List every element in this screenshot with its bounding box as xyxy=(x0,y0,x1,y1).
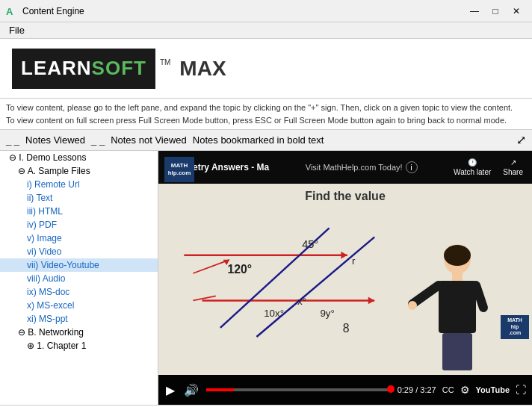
logo-area: LEARNSOFT TM MAX xyxy=(0,39,532,99)
yt-banner: MATH hlp.com Geometry Answers - Ma Visit… xyxy=(158,151,532,184)
tree-item-iv[interactable]: iv) PDF xyxy=(0,218,158,232)
logo-tm: TM xyxy=(160,58,170,66)
whiteboard: Find the value xyxy=(158,184,532,375)
svg-line-21 xyxy=(412,285,439,304)
svg-line-14 xyxy=(193,260,229,273)
title-bar: A Content Engine — □ ✕ xyxy=(0,0,532,22)
svg-marker-5 xyxy=(341,252,347,259)
tree-item-v[interactable]: v) Image xyxy=(0,232,158,245)
wb-title: Find the value xyxy=(305,190,386,203)
video-controls: ▶ 🔊 0:29 / 3:27 CC ⚙ YouTube ⛶ xyxy=(158,375,532,405)
progress-fill xyxy=(206,388,234,391)
bookmarked-label: Notes bookmarked in bold text xyxy=(193,134,324,146)
not-viewed-label: Notes not Viewed xyxy=(111,134,187,146)
svg-text:8: 8 xyxy=(343,322,350,335)
logo-learn: LEARN xyxy=(21,57,92,80)
tree-item-ix[interactable]: ix) MS-doc xyxy=(0,285,158,299)
cc-button[interactable]: CC xyxy=(442,385,454,394)
main-content: ⊖ I. Demo Lessons ⊖ A. Sample Files i) R… xyxy=(0,151,532,405)
logo-soft: SOFT xyxy=(92,57,146,80)
tree-item-x[interactable]: x) MS-excel xyxy=(0,299,158,312)
video-wrapper: MATH hlp.com Geometry Answers - Ma Visit… xyxy=(158,151,532,405)
progress-bar[interactable] xyxy=(206,388,392,391)
svg-point-18 xyxy=(444,245,471,266)
minimize-button[interactable]: — xyxy=(465,3,484,19)
svg-text:r: r xyxy=(352,255,356,267)
tree-item-root[interactable]: ⊖ I. Demo Lessons xyxy=(0,151,158,164)
info-line2: To view content on full screen press Ful… xyxy=(6,114,526,127)
viewed-dash: _ _ xyxy=(6,134,19,146)
tree-item-vii[interactable]: vii) Video-Youtube xyxy=(0,258,158,272)
tree-item-iii[interactable]: iii) HTML xyxy=(0,205,158,218)
logo-container: LEARNSOFT TM MAX xyxy=(12,49,226,89)
file-menu[interactable]: File xyxy=(3,23,31,37)
svg-line-4 xyxy=(256,237,374,337)
math-logo-text: MATH hlp.com xyxy=(168,162,191,176)
svg-text:45°: 45° xyxy=(302,238,318,250)
title-bar-text: Content Engine xyxy=(22,6,84,16)
svg-marker-6 xyxy=(368,297,374,305)
expand-icon[interactable]: ⤢ xyxy=(516,133,526,147)
volume-button[interactable]: 🔊 xyxy=(182,382,200,399)
yt-visit-area: Visit MathHelp.com Today! i xyxy=(306,161,418,173)
svg-text:120°: 120° xyxy=(228,263,253,276)
yt-visit-text: Visit MathHelp.com Today! xyxy=(306,163,403,172)
app-icon: A xyxy=(6,5,18,17)
svg-text:A: A xyxy=(6,6,13,17)
play-button[interactable]: ▶ xyxy=(164,382,176,399)
menu-bar: File xyxy=(0,22,532,39)
svg-rect-20 xyxy=(439,281,476,333)
progress-dot xyxy=(387,385,395,393)
tree-item-b1[interactable]: ⊕ 1. Chapter 1 xyxy=(0,339,158,352)
math-logo-br: MATHhlp.com xyxy=(501,315,529,339)
logo-max: MAX xyxy=(179,57,226,81)
tree-item-i[interactable]: i) Remote Url xyxy=(0,178,158,191)
svg-rect-24 xyxy=(442,333,472,370)
math-logo-overlay: MATH hlp.com xyxy=(164,157,194,182)
info-button[interactable]: i xyxy=(406,161,418,173)
video-bg: MATH hlp.com Geometry Answers - Ma Visit… xyxy=(158,151,532,375)
maximize-button[interactable]: □ xyxy=(486,3,505,19)
logo-box: LEARNSOFT xyxy=(12,49,155,89)
title-bar-controls: — □ ✕ xyxy=(465,3,526,19)
yt-banner-left: MATH hlp.com Geometry Answers - Ma xyxy=(167,162,269,173)
tree-item-a[interactable]: ⊖ A. Sample Files xyxy=(0,164,158,178)
yt-right-btns: 🕐 Watch later ↗ Share xyxy=(454,158,523,176)
viewed-label: Notes Viewed xyxy=(25,134,85,146)
tree-item-viii[interactable]: viii) Audio xyxy=(0,272,158,285)
svg-text:x°: x° xyxy=(297,296,306,307)
content-panel: MATH hlp.com Geometry Answers - Ma Visit… xyxy=(158,151,532,405)
info-line1: To view content, please go to the left p… xyxy=(6,102,526,114)
geometry-svg: 120° 45° 10x° x° 9y° 8 r xyxy=(166,210,420,355)
svg-point-23 xyxy=(408,301,417,310)
time-display: 0:29 / 3:27 xyxy=(398,385,436,394)
legend-bar: _ _ Notes Viewed _ _ Notes not Viewed No… xyxy=(0,130,532,151)
svg-line-22 xyxy=(476,285,483,308)
settings-button[interactable]: ⚙ xyxy=(460,384,470,396)
watch-later-button[interactable]: 🕐 Watch later xyxy=(454,158,491,176)
share-button[interactable]: ↗ Share xyxy=(503,158,523,176)
tree-item-ii[interactable]: ii) Text xyxy=(0,191,158,205)
tree-item-vi[interactable]: vi) Video xyxy=(0,245,158,258)
svg-text:9y°: 9y° xyxy=(320,308,334,319)
tree-item-xi[interactable]: xi) MS-ppt xyxy=(0,312,158,326)
tree-panel: ⊖ I. Demo Lessons ⊖ A. Sample Files i) R… xyxy=(0,151,158,405)
svg-rect-19 xyxy=(452,272,463,281)
close-button[interactable]: ✕ xyxy=(507,3,526,19)
fullscreen-button[interactable]: ⛶ xyxy=(516,384,526,396)
tree-item-b[interactable]: ⊖ B. Networking xyxy=(0,326,158,339)
teacher-figure xyxy=(405,240,502,375)
not-viewed-dash: _ _ xyxy=(91,134,105,146)
info-bar: To view content, please go to the left p… xyxy=(0,99,532,130)
youtube-logo: YouTube xyxy=(476,385,510,394)
svg-text:10x°: 10x° xyxy=(264,308,284,319)
